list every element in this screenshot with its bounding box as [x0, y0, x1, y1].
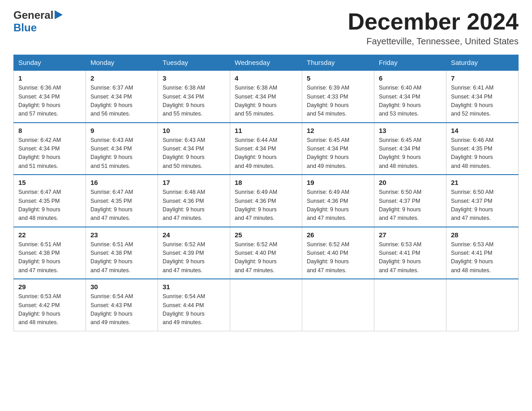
day-cell: 23 Sunrise: 6:51 AM Sunset: 4:38 PM Dayl…	[86, 227, 158, 279]
day-info: Sunrise: 6:38 AM Sunset: 4:34 PM Dayligh…	[163, 84, 225, 119]
day-number: 15	[18, 179, 81, 186]
day-number: 7	[451, 74, 514, 82]
day-number: 19	[307, 179, 369, 186]
day-cell: 6 Sunrise: 6:40 AM Sunset: 4:34 PM Dayli…	[374, 70, 446, 123]
day-number: 28	[451, 231, 514, 239]
day-cell: 17 Sunrise: 6:48 AM Sunset: 4:36 PM Dayl…	[158, 175, 230, 227]
day-info: Sunrise: 6:50 AM Sunset: 4:37 PM Dayligh…	[451, 188, 514, 223]
day-cell: 16 Sunrise: 6:47 AM Sunset: 4:35 PM Dayl…	[86, 175, 158, 227]
day-cell: 24 Sunrise: 6:52 AM Sunset: 4:39 PM Dayl…	[158, 227, 230, 279]
header-cell-tuesday: Tuesday	[158, 55, 230, 71]
day-cell: 22 Sunrise: 6:51 AM Sunset: 4:38 PM Dayl…	[14, 227, 86, 279]
day-cell: 1 Sunrise: 6:36 AM Sunset: 4:34 PM Dayli…	[14, 70, 86, 123]
header-cell-wednesday: Wednesday	[230, 55, 302, 71]
day-info: Sunrise: 6:45 AM Sunset: 4:34 PM Dayligh…	[379, 136, 442, 171]
day-number: 1	[18, 74, 81, 82]
day-number: 24	[163, 231, 225, 239]
day-info: Sunrise: 6:39 AM Sunset: 4:33 PM Dayligh…	[307, 84, 369, 119]
week-row-3: 15 Sunrise: 6:47 AM Sunset: 4:35 PM Dayl…	[14, 175, 519, 227]
day-info: Sunrise: 6:37 AM Sunset: 4:34 PM Dayligh…	[90, 84, 153, 119]
header-cell-monday: Monday	[86, 55, 158, 71]
day-cell: 26 Sunrise: 6:52 AM Sunset: 4:40 PM Dayl…	[302, 227, 374, 279]
day-info: Sunrise: 6:54 AM Sunset: 4:44 PM Dayligh…	[163, 292, 225, 327]
week-row-1: 1 Sunrise: 6:36 AM Sunset: 4:34 PM Dayli…	[14, 70, 519, 123]
day-number: 5	[307, 74, 369, 82]
day-info: Sunrise: 6:38 AM Sunset: 4:34 PM Dayligh…	[235, 84, 297, 119]
day-info: Sunrise: 6:53 AM Sunset: 4:41 PM Dayligh…	[379, 240, 442, 275]
day-info: Sunrise: 6:41 AM Sunset: 4:34 PM Dayligh…	[451, 84, 514, 119]
day-cell	[374, 279, 446, 331]
day-info: Sunrise: 6:49 AM Sunset: 4:36 PM Dayligh…	[307, 188, 369, 223]
day-number: 9	[90, 127, 153, 134]
logo-arrow-icon	[55, 10, 63, 21]
logo-blue-text: Blue	[13, 21, 37, 34]
day-info: Sunrise: 6:47 AM Sunset: 4:35 PM Dayligh…	[18, 188, 81, 223]
month-title: December 2024	[348, 9, 519, 34]
header-row: SundayMondayTuesdayWednesdayThursdayFrid…	[14, 55, 519, 71]
day-cell: 4 Sunrise: 6:38 AM Sunset: 4:34 PM Dayli…	[230, 70, 302, 123]
day-cell: 7 Sunrise: 6:41 AM Sunset: 4:34 PM Dayli…	[446, 70, 519, 123]
day-cell: 2 Sunrise: 6:37 AM Sunset: 4:34 PM Dayli…	[86, 70, 158, 123]
day-cell: 13 Sunrise: 6:45 AM Sunset: 4:34 PM Dayl…	[374, 123, 446, 175]
svg-marker-0	[55, 10, 63, 19]
logo: General Blue	[13, 9, 63, 34]
day-number: 25	[235, 231, 297, 239]
day-info: Sunrise: 6:54 AM Sunset: 4:43 PM Dayligh…	[90, 292, 153, 327]
day-number: 14	[451, 127, 514, 134]
day-info: Sunrise: 6:51 AM Sunset: 4:38 PM Dayligh…	[90, 240, 153, 275]
day-cell: 29 Sunrise: 6:53 AM Sunset: 4:42 PM Dayl…	[14, 279, 86, 331]
day-info: Sunrise: 6:53 AM Sunset: 4:42 PM Dayligh…	[18, 292, 81, 327]
day-number: 3	[163, 74, 225, 82]
day-cell: 5 Sunrise: 6:39 AM Sunset: 4:33 PM Dayli…	[302, 70, 374, 123]
day-number: 29	[18, 283, 81, 291]
day-number: 4	[235, 74, 297, 82]
header-cell-saturday: Saturday	[446, 55, 519, 71]
calendar-header: SundayMondayTuesdayWednesdayThursdayFrid…	[14, 55, 519, 71]
day-number: 18	[235, 179, 297, 186]
header-cell-sunday: Sunday	[14, 55, 86, 71]
day-number: 11	[235, 127, 297, 134]
day-info: Sunrise: 6:43 AM Sunset: 4:34 PM Dayligh…	[90, 136, 153, 171]
day-cell	[446, 279, 519, 331]
day-cell: 18 Sunrise: 6:49 AM Sunset: 4:36 PM Dayl…	[230, 175, 302, 227]
day-info: Sunrise: 6:42 AM Sunset: 4:34 PM Dayligh…	[18, 136, 81, 171]
page-header: General Blue December 2024 Fayetteville,…	[13, 9, 519, 47]
day-info: Sunrise: 6:36 AM Sunset: 4:34 PM Dayligh…	[18, 84, 81, 119]
day-info: Sunrise: 6:52 AM Sunset: 4:40 PM Dayligh…	[307, 240, 369, 275]
calendar-body: 1 Sunrise: 6:36 AM Sunset: 4:34 PM Dayli…	[14, 70, 519, 331]
day-number: 21	[451, 179, 514, 186]
day-cell: 15 Sunrise: 6:47 AM Sunset: 4:35 PM Dayl…	[14, 175, 86, 227]
day-cell: 31 Sunrise: 6:54 AM Sunset: 4:44 PM Dayl…	[158, 279, 230, 331]
day-cell: 27 Sunrise: 6:53 AM Sunset: 4:41 PM Dayl…	[374, 227, 446, 279]
day-cell: 8 Sunrise: 6:42 AM Sunset: 4:34 PM Dayli…	[14, 123, 86, 175]
day-info: Sunrise: 6:47 AM Sunset: 4:35 PM Dayligh…	[90, 188, 153, 223]
day-number: 8	[18, 127, 81, 134]
day-number: 12	[307, 127, 369, 134]
logo-general-text: General	[13, 9, 53, 21]
day-cell: 3 Sunrise: 6:38 AM Sunset: 4:34 PM Dayli…	[158, 70, 230, 123]
location-title: Fayetteville, Tennessee, United States	[348, 36, 519, 47]
day-number: 31	[163, 283, 225, 291]
day-number: 23	[90, 231, 153, 239]
day-number: 26	[307, 231, 369, 239]
week-row-5: 29 Sunrise: 6:53 AM Sunset: 4:42 PM Dayl…	[14, 279, 519, 331]
day-cell: 14 Sunrise: 6:46 AM Sunset: 4:35 PM Dayl…	[446, 123, 519, 175]
day-number: 13	[379, 127, 442, 134]
day-cell: 9 Sunrise: 6:43 AM Sunset: 4:34 PM Dayli…	[86, 123, 158, 175]
calendar-table: SundayMondayTuesdayWednesdayThursdayFrid…	[13, 55, 519, 331]
week-row-4: 22 Sunrise: 6:51 AM Sunset: 4:38 PM Dayl…	[14, 227, 519, 279]
day-info: Sunrise: 6:40 AM Sunset: 4:34 PM Dayligh…	[379, 84, 442, 119]
day-cell: 11 Sunrise: 6:44 AM Sunset: 4:34 PM Dayl…	[230, 123, 302, 175]
day-number: 17	[163, 179, 225, 186]
day-info: Sunrise: 6:48 AM Sunset: 4:36 PM Dayligh…	[163, 188, 225, 223]
day-info: Sunrise: 6:46 AM Sunset: 4:35 PM Dayligh…	[451, 136, 514, 171]
day-cell: 25 Sunrise: 6:52 AM Sunset: 4:40 PM Dayl…	[230, 227, 302, 279]
header-cell-thursday: Thursday	[302, 55, 374, 71]
day-number: 20	[379, 179, 442, 186]
day-info: Sunrise: 6:45 AM Sunset: 4:34 PM Dayligh…	[307, 136, 369, 171]
header-cell-friday: Friday	[374, 55, 446, 71]
day-number: 6	[379, 74, 442, 82]
day-number: 2	[90, 74, 153, 82]
day-number: 27	[379, 231, 442, 239]
day-cell: 12 Sunrise: 6:45 AM Sunset: 4:34 PM Dayl…	[302, 123, 374, 175]
